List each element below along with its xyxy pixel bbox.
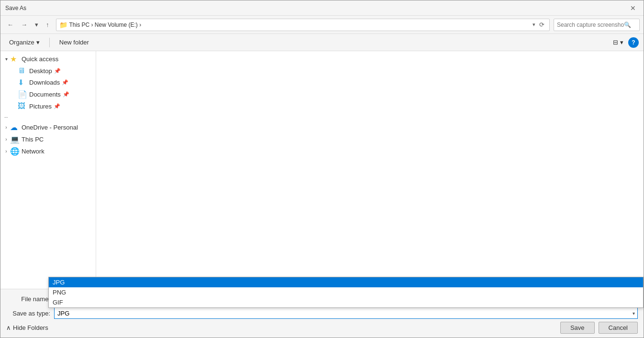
close-button[interactable]: ✕ [627,3,639,13]
toolbar-right: ⊟ ▾ ? [610,37,639,48]
thispc-chevron: › [2,137,10,142]
documents-icon: 📄 [18,90,27,99]
toolbar: Organize ▾ New folder ⊟ ▾ ? [0,34,644,51]
save-as-dialog: Save As ✕ ← → ▾ ↑ 📁 This PC › New Volume… [0,0,644,338]
file-area [96,51,644,289]
network-icon: 🌐 [10,147,20,156]
view-icon: ⊟ [613,39,618,46]
address-bar[interactable]: 📁 This PC › New Volume (E:) › ▾ ⟳ [56,19,550,31]
downloads-label: Downloads [29,79,60,86]
sidebar-item-pictures[interactable]: 🖼 Pictures 📌 [0,100,96,112]
sidebar-item-network[interactable]: › 🌐 Network [0,145,96,157]
forward-button[interactable]: → [18,19,30,30]
hide-folders-label: Hide Folders [13,324,48,331]
pictures-label: Pictures [29,103,52,110]
sidebar-item-downloads[interactable]: ⬇ Downloads 📌 [0,76,96,88]
onedrive-chevron: › [2,125,10,130]
downloads-icon: ⬇ [18,78,27,87]
main-content: ▾ ★ Quick access 🖥 Desktop 📌 ⬇ Downloads… [0,51,644,289]
search-input[interactable] [557,22,624,28]
dropdown-item-gif[interactable]: GIF [49,297,643,307]
quick-access-star-icon: ★ [10,55,20,64]
savetype-wrapper: JPG PNG GIF ▾ [54,307,638,319]
onedrive-label: OneDrive - Personal [22,124,78,131]
bottom-bar: File name: Save as type: JPG PNG GIF ▾ J… [0,289,644,338]
address-chevron-icon[interactable]: ▾ [531,22,537,28]
savetype-row: Save as type: JPG PNG GIF ▾ [6,307,638,319]
search-box[interactable]: 🔍 [554,19,640,31]
view-arrow-icon: ▾ [620,39,623,46]
downloads-pin-icon: 📌 [62,79,68,86]
thispc-label: This PC [22,136,44,143]
dialog-title: Save As [5,5,26,11]
network-label: Network [22,148,44,155]
desktop-pin-icon: 📌 [54,68,61,74]
organize-button[interactable]: Organize ▾ [5,37,44,47]
quick-access-chevron: ▾ [2,56,10,62]
toolbar-separator [49,38,50,47]
hide-folders-button[interactable]: ∧ Hide Folders [6,324,48,331]
up-button[interactable]: ↑ [43,19,52,30]
type-dropdown-list: JPG PNG GIF [48,277,644,308]
dropdown-item-png[interactable]: PNG [49,287,643,297]
back-button[interactable]: ← [4,19,16,30]
quick-access-group[interactable]: ▾ ★ Quick access [0,53,96,65]
organize-label: Organize [9,39,34,46]
documents-pin-icon: 📌 [63,91,69,98]
filename-label: File name: [6,295,54,303]
desktop-label: Desktop [29,67,52,75]
sidebar-item-thispc[interactable]: › 💻 This PC [0,133,96,145]
nav-dropdown-button[interactable]: ▾ [32,19,41,30]
pictures-icon: 🖼 [18,102,27,110]
sidebar-item-onedrive[interactable]: › ☁ OneDrive - Personal [0,121,96,133]
dropdown-item-jpg[interactable]: JPG [49,277,643,287]
address-folder-icon: 📁 [59,21,67,29]
address-bar-text: This PC › New Volume (E:) › [69,22,531,28]
documents-label: Documents [29,91,61,98]
nav-bar: ← → ▾ ↑ 📁 This PC › New Volume (E:) › ▾ … [0,16,644,34]
savetype-label: Save as type: [6,310,54,317]
thispc-icon: 💻 [10,135,20,144]
sidebar: ▾ ★ Quick access 🖥 Desktop 📌 ⬇ Downloads… [0,51,96,289]
refresh-icon[interactable]: ⟳ [537,21,546,28]
cancel-button[interactable]: Cancel [599,322,638,334]
save-button[interactable]: Save [560,322,595,334]
hide-folders-chevron-icon: ∧ [6,324,11,331]
organize-arrow-icon: ▾ [36,39,40,46]
onedrive-icon: ☁ [10,123,20,132]
savetype-select[interactable]: JPG PNG GIF [54,307,638,319]
new-folder-button[interactable]: New folder [56,37,93,47]
help-button[interactable]: ? [628,37,639,48]
title-bar: Save As ✕ [0,0,644,16]
quick-access-label: Quick access [22,55,58,63]
desktop-icon: 🖥 [18,66,27,75]
sidebar-item-desktop[interactable]: 🖥 Desktop 📌 [0,65,96,76]
sidebar-item-documents[interactable]: 📄 Documents 📌 [0,88,96,100]
new-folder-label: New folder [59,39,89,46]
view-button[interactable]: ⊟ ▾ [610,37,626,47]
search-icon[interactable]: 🔍 [624,22,631,28]
pictures-pin-icon: 📌 [54,103,60,109]
action-buttons: Save Cancel [560,322,638,334]
sidebar-separator: -- [0,112,96,121]
bottom-actions: ∧ Hide Folders Save Cancel [6,322,638,334]
network-chevron: › [2,149,10,154]
